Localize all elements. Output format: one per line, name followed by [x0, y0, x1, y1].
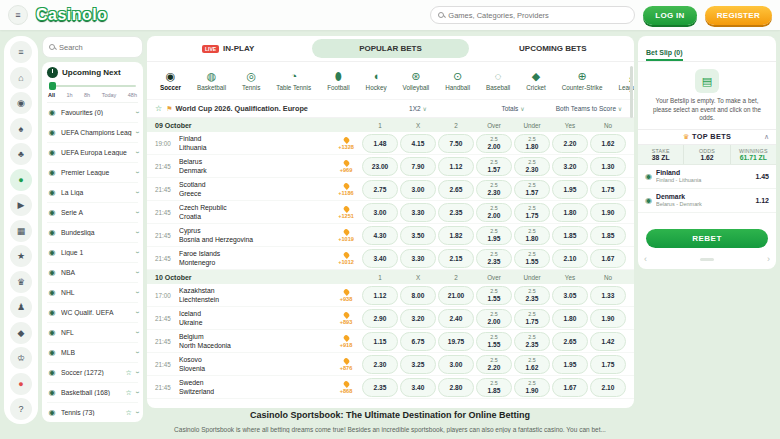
star-icon[interactable]: ☆: [125, 369, 131, 377]
chevron-down-icon[interactable]: ›: [133, 391, 140, 393]
odd-button[interactable]: 2.80: [438, 378, 474, 397]
chevron-down-icon[interactable]: ›: [133, 351, 140, 353]
live-casino-rail-button[interactable]: ▶: [10, 194, 32, 216]
match-teams[interactable]: Iceland Ukraine: [179, 309, 330, 327]
chevron-down-icon[interactable]: ›: [133, 211, 140, 213]
sports-ball-rail-button[interactable]: ◉: [10, 92, 32, 114]
sidebar-league-nba[interactable]: ◉ NBA ›: [47, 263, 138, 283]
odd-button[interactable]: 2.30: [362, 355, 398, 374]
odd-button[interactable]: 2.5 2.35: [476, 249, 512, 268]
odd-button[interactable]: 2.35: [438, 203, 474, 222]
odd-button[interactable]: 1.75: [590, 180, 626, 199]
logo[interactable]: Casinolo: [36, 6, 108, 24]
slots-rail-button[interactable]: ▦: [10, 220, 32, 242]
match-teams[interactable]: Sweden Switzerland: [179, 378, 330, 396]
boxing-rail-button[interactable]: ●: [10, 373, 32, 395]
odd-button[interactable]: 2.5 1.57: [514, 180, 550, 199]
odd-button[interactable]: 3.25: [400, 355, 436, 374]
odd-button[interactable]: 1.62: [590, 134, 626, 153]
odd-button[interactable]: 1.95: [552, 180, 588, 199]
next-arrow-icon[interactable]: ›: [767, 254, 770, 264]
match-teams[interactable]: Belgium North Macedonia: [179, 332, 330, 350]
chevron-down-icon[interactable]: ›: [133, 271, 140, 273]
odd-button[interactable]: 2.5 2.00: [476, 309, 512, 328]
match-row[interactable]: 21:45 Sweden Switzerland +868 2.35 3.40 …: [147, 376, 634, 399]
esports-rail-button[interactable]: ♟: [10, 296, 32, 318]
sport-tab-counter-strike[interactable]: ⊕ Counter-Strike: [555, 70, 610, 91]
sidebar-league-soccer-1272-[interactable]: ◉ Soccer (1272) ☆ ›: [47, 363, 138, 383]
odd-button[interactable]: 3.05: [552, 286, 588, 305]
scrollbar[interactable]: [630, 66, 633, 118]
sidebar-league-ligue-1[interactable]: ◉ Ligue 1 ›: [47, 243, 138, 263]
tab-in-play[interactable]: LIVE IN-PLAY: [150, 39, 306, 58]
time-filter-1h[interactable]: 1h: [66, 92, 72, 98]
odd-button[interactable]: 2.65: [552, 332, 588, 351]
topbet-finland[interactable]: ◉ Finland Finland - Lithuania 1.45: [638, 165, 776, 189]
odd-button[interactable]: 3.40: [400, 378, 436, 397]
odd-button[interactable]: 1.12: [438, 157, 474, 176]
odd-button[interactable]: 2.15: [438, 249, 474, 268]
chevron-down-icon[interactable]: ›: [133, 291, 140, 293]
odd-button[interactable]: 2.5 1.90: [514, 378, 550, 397]
sport-tab-volleyball[interactable]: ⊛ Volleyball: [396, 70, 437, 91]
odd-button[interactable]: 2.5 1.80: [514, 226, 550, 245]
odd-button[interactable]: 7.50: [438, 134, 474, 153]
odd-button[interactable]: 1.15: [362, 332, 398, 351]
odd-button[interactable]: 1.30: [590, 157, 626, 176]
odd-button[interactable]: 2.5 2.35: [514, 332, 550, 351]
odd-button[interactable]: 1.80: [552, 309, 588, 328]
odd-button[interactable]: 2.5 1.62: [514, 355, 550, 374]
sidebar-league-favourites-0-[interactable]: ◉ Favourites (0) ›: [47, 103, 138, 123]
sidebar-league-mlb[interactable]: ◉ MLB ›: [47, 343, 138, 363]
sport-tab-cricket[interactable]: ◆ Cricket: [519, 70, 553, 91]
odd-button[interactable]: 1.95: [552, 355, 588, 374]
odd-button[interactable]: 2.5 2.30: [514, 157, 550, 176]
chevron-down-icon[interactable]: ›: [133, 331, 140, 333]
odd-button[interactable]: 3.30: [400, 203, 436, 222]
match-teams[interactable]: Cyprus Bosnia and Herzegovina: [179, 226, 330, 244]
time-filter-today[interactable]: Today: [102, 92, 117, 98]
chevron-down-icon[interactable]: ›: [133, 311, 140, 313]
match-row[interactable]: 21:45 Belarus Denmark +969 23.00 7.90 1.…: [147, 155, 634, 178]
sidebar-league-basketball-168-[interactable]: ◉ Basketball (168) ☆ ›: [47, 383, 138, 403]
login-button[interactable]: LOG IN: [643, 6, 696, 25]
sidebar-search[interactable]: [42, 36, 143, 58]
match-row[interactable]: 21:45 Kosovo Slovenia +876 2.30 3.25 3.0…: [147, 353, 634, 376]
market-dropdown-1x2[interactable]: 1X2 ∨: [362, 105, 474, 112]
odd-button[interactable]: 1.75: [590, 355, 626, 374]
match-teams[interactable]: Czech Republic Croatia: [179, 203, 330, 221]
sport-tab-table-tennis[interactable]: ◔ Table Tennis: [269, 70, 318, 91]
match-teams[interactable]: Belarus Denmark: [179, 157, 330, 175]
sport-tab-baseball[interactable]: ◌ Baseball: [479, 70, 517, 91]
topbet-denmark[interactable]: ◉ Denmark Belarus - Denmark 1.12: [638, 189, 776, 213]
match-teams[interactable]: Faroe Islands Montenegro: [179, 249, 330, 267]
odd-button[interactable]: 2.75: [362, 180, 398, 199]
match-teams[interactable]: Kosovo Slovenia: [179, 355, 330, 373]
home-rail-button[interactable]: ⌂: [10, 67, 32, 89]
chevron-down-icon[interactable]: ›: [133, 171, 140, 173]
menu-rail-button[interactable]: ≡: [10, 41, 32, 63]
sidebar-league-uefa-europa-league[interactable]: ◉ UEFA Europa League ›: [47, 143, 138, 163]
card-games-rail-button[interactable]: ♣: [10, 143, 32, 165]
odd-button[interactable]: 1.42: [590, 332, 626, 351]
odd-button[interactable]: 1.67: [590, 249, 626, 268]
register-button[interactable]: REGISTER: [705, 6, 772, 25]
sport-tab-handball[interactable]: ⊙ Handball: [438, 70, 477, 91]
sidebar-league-la-liga[interactable]: ◉ La Liga ›: [47, 183, 138, 203]
odd-button[interactable]: 2.20: [552, 134, 588, 153]
match-row[interactable]: 21:45 Belgium North Macedonia +918 1.15 …: [147, 330, 634, 353]
match-row[interactable]: 19:00 Finland Lithuania +1328 1.48 4.15 …: [147, 132, 634, 155]
odd-button[interactable]: 2.90: [362, 309, 398, 328]
slider-handle[interactable]: [49, 82, 56, 90]
odd-button[interactable]: 3.40: [362, 249, 398, 268]
odd-button[interactable]: 2.5 1.75: [514, 203, 550, 222]
odd-button[interactable]: 3.00: [438, 355, 474, 374]
sport-tab-tennis[interactable]: ◎ Tennis: [235, 70, 267, 91]
odd-button[interactable]: 4.30: [362, 226, 398, 245]
odd-button[interactable]: 1.90: [590, 309, 626, 328]
rebet-button[interactable]: REBET: [646, 229, 768, 248]
sport-tab-hockey[interactable]: ◖ Hockey: [359, 70, 394, 91]
match-row[interactable]: 21:45 Iceland Ukraine +893 2.90 3.20 2.4…: [147, 307, 634, 330]
odd-button[interactable]: 2.5 1.85: [476, 378, 512, 397]
odd-button[interactable]: 1.48: [362, 134, 398, 153]
